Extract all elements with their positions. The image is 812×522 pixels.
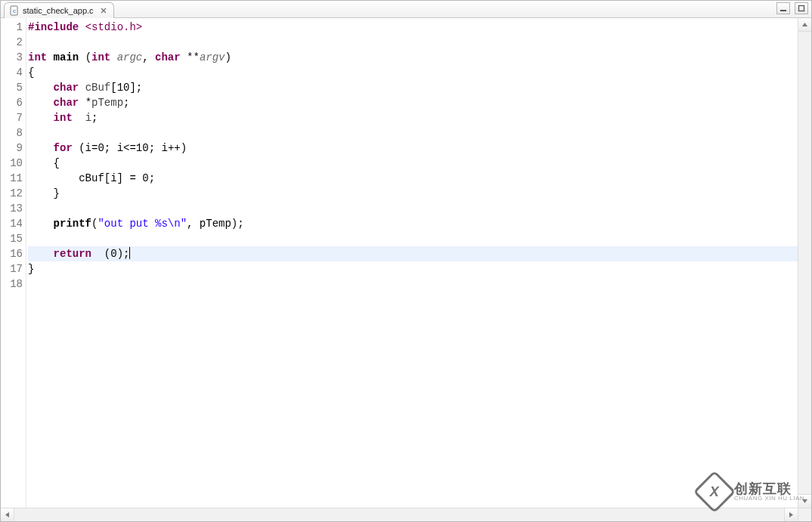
file-tab-label: static_check_app.c bbox=[23, 6, 94, 15]
code-line[interactable] bbox=[28, 276, 798, 292]
line-number-gutter: 123456789101112131415161718 bbox=[1, 18, 26, 508]
horizontal-scrollbar[interactable] bbox=[1, 508, 798, 521]
code-line[interactable]: int i; bbox=[28, 110, 798, 125]
line-number: 8 bbox=[1, 125, 23, 141]
svg-marker-9 bbox=[789, 512, 793, 517]
file-tab[interactable]: c static_check_app.c bbox=[4, 2, 114, 18]
code-line[interactable]: char cBuf[10]; bbox=[28, 80, 798, 95]
code-line[interactable]: { bbox=[28, 156, 798, 171]
svg-marker-6 bbox=[802, 23, 807, 26]
svg-rect-5 bbox=[799, 6, 804, 11]
code-line[interactable]: cBuf[i] = 0; bbox=[28, 171, 798, 186]
line-number: 16 bbox=[1, 246, 23, 261]
line-number: 2 bbox=[1, 35, 23, 50]
line-number: 5 bbox=[1, 80, 23, 95]
line-number: 1 bbox=[1, 20, 23, 35]
text-caret bbox=[129, 247, 130, 259]
minimize-button[interactable] bbox=[776, 2, 790, 14]
editor-window: c static_check_app.c 1234567891011121314… bbox=[0, 0, 812, 522]
line-number: 7 bbox=[1, 110, 23, 125]
window-controls bbox=[776, 2, 808, 14]
line-number: 18 bbox=[1, 276, 23, 292]
line-number: 6 bbox=[1, 95, 23, 110]
tab-bar: c static_check_app.c bbox=[1, 1, 811, 18]
svg-marker-8 bbox=[5, 512, 9, 517]
scrollbar-corner bbox=[798, 508, 811, 521]
line-number: 15 bbox=[1, 231, 23, 246]
code-line[interactable]: int main (int argc, char **argv) bbox=[28, 50, 798, 65]
line-number: 9 bbox=[1, 141, 23, 156]
line-number: 14 bbox=[1, 216, 23, 231]
scroll-left-button[interactable] bbox=[1, 508, 14, 521]
line-number: 17 bbox=[1, 261, 23, 276]
svg-text:c: c bbox=[13, 8, 16, 14]
line-number: 11 bbox=[1, 171, 23, 186]
code-content[interactable]: #include <stdio.h> int main (int argc, c… bbox=[26, 18, 798, 508]
scroll-track-vertical[interactable] bbox=[798, 32, 811, 494]
scroll-down-button[interactable] bbox=[798, 494, 811, 508]
line-number: 10 bbox=[1, 156, 23, 171]
code-line[interactable]: } bbox=[28, 186, 798, 201]
svg-marker-7 bbox=[802, 499, 807, 503]
svg-rect-4 bbox=[780, 10, 786, 11]
code-line[interactable]: } bbox=[28, 261, 798, 276]
editor-area[interactable]: 123456789101112131415161718 #include <st… bbox=[1, 18, 798, 508]
line-number: 12 bbox=[1, 186, 23, 201]
code-line[interactable]: return (0); bbox=[28, 246, 798, 261]
code-line[interactable]: for (i=0; i<=10; i++) bbox=[28, 141, 798, 156]
c-file-icon: c bbox=[9, 5, 20, 16]
code-line[interactable] bbox=[28, 231, 798, 246]
code-line[interactable]: { bbox=[28, 65, 798, 80]
line-number: 13 bbox=[1, 201, 23, 216]
scroll-up-button[interactable] bbox=[798, 18, 811, 32]
code-line[interactable] bbox=[28, 125, 798, 141]
scroll-track-horizontal[interactable] bbox=[14, 508, 784, 521]
code-line[interactable] bbox=[28, 35, 798, 50]
vertical-scrollbar[interactable] bbox=[798, 18, 811, 508]
line-number: 3 bbox=[1, 50, 23, 65]
maximize-button[interactable] bbox=[795, 2, 808, 14]
code-line[interactable]: char *pTemp; bbox=[28, 95, 798, 110]
code-line[interactable]: printf("out put %s\n", pTemp); bbox=[28, 216, 798, 231]
line-number: 4 bbox=[1, 65, 23, 80]
code-line[interactable]: #include <stdio.h> bbox=[28, 20, 798, 35]
close-icon[interactable] bbox=[100, 7, 107, 14]
code-line[interactable] bbox=[28, 201, 798, 216]
scroll-right-button[interactable] bbox=[784, 508, 798, 521]
